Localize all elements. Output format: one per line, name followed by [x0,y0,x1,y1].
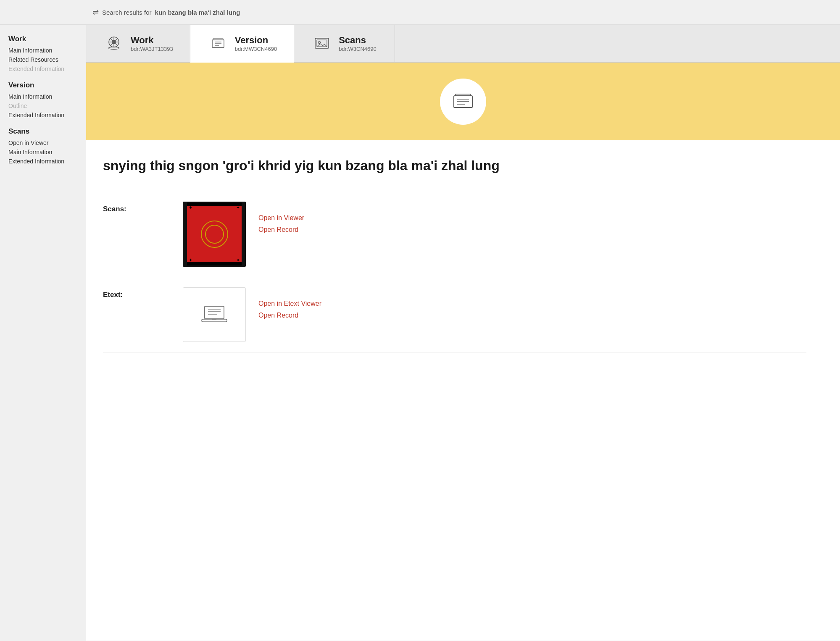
tab-work-sub: bdr:WA3JT13393 [131,46,173,52]
etext-section: Etext: Open in Etext Viewer Open Record [103,277,806,352]
sidebar-section-scans: Scans [8,127,78,136]
scans-book-cover: ✦ ✦ ✦ ✦ [187,202,242,265]
tabs-bar: Work bdr:WA3JT13393 Version [86,25,840,63]
corner-tr: ✦ [236,205,240,210]
sidebar-item-version-extended[interactable]: Extended Information [8,110,78,120]
scans-links: Open in Viewer Open Record [258,202,304,234]
search-query: kun bzang bla ma'i zhal lung [155,9,240,16]
tab-scans-text: Scans bdr:W3CN4690 [339,35,377,52]
sidebar-item-version-main[interactable]: Main Information [8,92,78,101]
book-stack-icon [207,32,229,54]
etext-links: Open in Etext Viewer Open Record [258,287,321,319]
tab-work-text: Work bdr:WA3JT13393 [131,35,173,52]
sidebar: Work Main Information Related Resources … [0,25,86,641]
sidebar-section-version: Version [8,81,78,89]
tab-scans-sub: bdr:W3CN4690 [339,46,377,52]
tab-version-text: Version bdr:MW3CN4690 [235,35,277,52]
tab-scans[interactable]: Scans bdr:W3CN4690 [294,25,395,62]
tab-work-title: Work [131,35,173,46]
main-content: Work bdr:WA3JT13393 Version [86,25,840,641]
sidebar-item-scans-extended[interactable]: Extended Information [8,157,78,166]
scans-decoration [201,221,228,248]
search-icon: ⇌ [92,8,99,17]
scans-thumbnail: ✦ ✦ ✦ ✦ [183,202,246,267]
sidebar-item-version-outline: Outline [8,101,78,110]
etext-open-record-link[interactable]: Open Record [258,312,321,319]
corner-bl: ✦ [189,257,192,263]
layout: Work Main Information Related Resources … [0,25,840,641]
hero-banner [86,63,840,140]
content-area: snying thig sngon 'gro'i khrid yig kun b… [86,140,840,369]
image-frame-icon [311,33,333,55]
sidebar-section-work: Work [8,35,78,43]
main-title: snying thig sngon 'gro'i khrid yig kun b… [103,157,806,175]
dharma-wheel-icon [103,33,125,55]
version-hero-icon [450,89,476,114]
etext-label: Etext: [103,287,170,299]
scans-label: Scans: [103,202,170,213]
scans-open-record-link[interactable]: Open Record [258,226,304,234]
scans-decoration-inner [205,225,224,244]
tab-scans-title: Scans [339,35,377,46]
svg-rect-19 [205,306,224,319]
sidebar-item-work-extended: Extended Information [8,64,78,74]
sidebar-item-work-main[interactable]: Main Information [8,46,78,55]
etext-icon [200,300,229,329]
svg-rect-15 [456,94,471,96]
etext-thumbnail [183,287,246,342]
svg-point-13 [319,41,321,43]
corner-br: ✦ [236,257,240,263]
corner-tl: ✦ [189,205,192,210]
scans-section: Scans: ✦ ✦ ✦ ✦ Open in Viewer Open Recor… [103,192,806,277]
hero-circle [440,79,486,125]
tab-version[interactable]: Version bdr:MW3CN4690 [190,25,294,63]
tab-version-sub: bdr:MW3CN4690 [235,46,277,52]
etext-open-viewer-link[interactable]: Open in Etext Viewer [258,300,321,307]
sidebar-item-scans-viewer[interactable]: Open in Viewer [8,138,78,147]
svg-rect-7 [213,39,223,40]
search-label: Search results for [102,9,152,16]
search-bar: ⇌ Search results for kun bzang bla ma'i … [0,0,840,25]
scans-open-viewer-link[interactable]: Open in Viewer [258,214,304,222]
tab-work[interactable]: Work bdr:WA3JT13393 [86,25,190,62]
sidebar-item-scans-main[interactable]: Main Information [8,147,78,157]
tab-version-title: Version [235,35,277,46]
sidebar-item-work-related[interactable]: Related Resources [8,55,78,64]
